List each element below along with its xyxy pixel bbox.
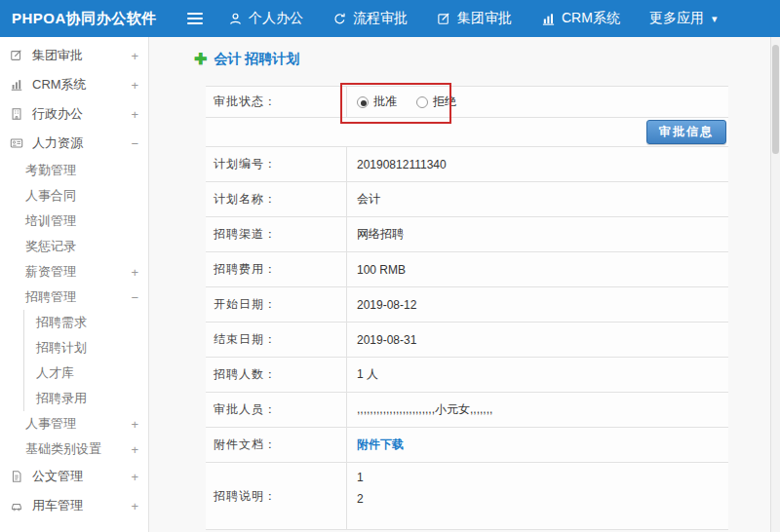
- field-value: 2019-08-31: [347, 323, 728, 357]
- field-value: 20190812111340: [347, 147, 728, 181]
- expand-toggle[interactable]: +: [131, 470, 138, 484]
- field-value: 网络招聘: [347, 217, 728, 251]
- sidebar-item-label: 薪资管理: [25, 263, 76, 281]
- vertical-scrollbar[interactable]: [770, 37, 780, 532]
- sidebar-item-attendance[interactable]: 考勤管理: [0, 158, 148, 183]
- attachment-download-link[interactable]: 附件下载: [357, 437, 404, 453]
- collapse-toggle[interactable]: −: [131, 136, 138, 151]
- sidebar-item-label: 人力资源: [32, 134, 83, 152]
- field-value: ,,,,,,,,,,,,,,,,,,,,,,,,小元女,,,,,,,: [347, 393, 728, 427]
- field-label: 审批人员：: [206, 393, 347, 427]
- field-label: 招聘费用：: [206, 252, 347, 286]
- car-icon: [10, 499, 25, 513]
- scrollbar-thumb[interactable]: [772, 45, 779, 154]
- nav-item-crm-system[interactable]: CRM系统: [541, 10, 620, 27]
- approve-button-cell: 审批信息: [206, 118, 728, 146]
- sidebar-item-hr[interactable]: 人力资源 −: [0, 129, 148, 158]
- edit-square-icon: [10, 49, 25, 62]
- menu-icon[interactable]: [187, 13, 203, 24]
- field-label: 结束日期：: [206, 323, 347, 357]
- field-label: 招聘渠道：: [206, 217, 347, 251]
- person-icon: [228, 12, 243, 26]
- field-row-end-date: 结束日期： 2019-08-31: [206, 323, 728, 358]
- field-value: 100 RMB: [347, 252, 728, 286]
- app-title: PHPOA协同办公软件: [0, 10, 187, 28]
- sidebar-item-group-approval[interactable]: 集团审批 +: [0, 41, 148, 70]
- field-row-channel: 招聘渠道： 网络招聘: [206, 217, 728, 252]
- sidebar-item-recruit-mgmt[interactable]: 招聘管理 −: [0, 285, 148, 310]
- nav-label: CRM系统: [562, 10, 620, 27]
- sidebar-item-base-category[interactable]: 基础类别设置 +: [0, 437, 148, 462]
- sidebar-item-document-mgmt[interactable]: 公文管理 +: [0, 462, 148, 491]
- sidebar-item-crm[interactable]: CRM系统 +: [0, 70, 148, 99]
- radio-reject[interactable]: 拒绝: [416, 94, 456, 110]
- radio-approve-control[interactable]: [357, 96, 369, 108]
- sidebar-item-label: 人事管理: [25, 415, 76, 433]
- bar-chart-icon: [541, 12, 556, 26]
- description-line: 2: [357, 492, 364, 506]
- sidebar-item-recruit-plan[interactable]: 招聘计划: [24, 335, 148, 361]
- sidebar-item-label: 奖惩记录: [25, 238, 76, 255]
- expand-toggle[interactable]: +: [131, 417, 138, 432]
- radio-approve[interactable]: 批准: [357, 94, 397, 110]
- sidebar-item-personnel-mgmt[interactable]: 人事管理 +: [0, 411, 148, 437]
- nav-item-more-apps[interactable]: 更多应用 ▾: [649, 10, 718, 27]
- sidebar-item-salary[interactable]: 薪资管理 +: [0, 259, 148, 285]
- sidebar: 集团审批 + CRM系统 + 行政办公 + 人力资源 − 考勤管理 人事合同 培…: [0, 37, 149, 532]
- nav-label: 个人办公: [249, 10, 303, 27]
- expand-toggle[interactable]: +: [131, 78, 138, 93]
- field-label: 计划编号：: [206, 147, 347, 181]
- nav-item-group-approval[interactable]: 集团审批: [437, 10, 512, 27]
- expand-toggle[interactable]: +: [131, 442, 138, 457]
- sidebar-item-label: 人才库: [36, 364, 74, 382]
- sidebar-item-label: 人事合同: [25, 187, 76, 205]
- sidebar-item-label: 基础类别设置: [25, 440, 101, 458]
- expand-toggle[interactable]: +: [131, 499, 138, 513]
- sidebar-item-hr-contract[interactable]: 人事合同: [0, 183, 148, 209]
- nav-item-process-approval[interactable]: 流程审批: [332, 10, 408, 27]
- nav-item-personal-office[interactable]: 个人办公: [228, 10, 303, 27]
- recruit-submenu: 招聘需求 招聘计划 人才库 招聘录用: [23, 310, 148, 411]
- collapse-toggle[interactable]: −: [131, 290, 138, 305]
- field-value-cell: 附件下载: [347, 428, 728, 462]
- approval-options: 批准 拒绝: [347, 87, 728, 117]
- sidebar-item-label: 招聘需求: [36, 314, 87, 331]
- sidebar-item-recruit-demand[interactable]: 招聘需求: [24, 310, 148, 335]
- sidebar-item-rewards[interactable]: 奖惩记录: [0, 234, 148, 259]
- radio-reject-control[interactable]: [416, 96, 428, 108]
- bar-chart-icon: [10, 78, 25, 92]
- field-row-cost: 招聘费用： 100 RMB: [206, 252, 728, 287]
- expand-toggle[interactable]: +: [131, 49, 138, 63]
- building-icon: [10, 107, 25, 121]
- sidebar-item-label: CRM系统: [32, 76, 87, 94]
- expand-toggle[interactable]: +: [131, 265, 138, 280]
- nav-label: 集团审批: [457, 10, 512, 27]
- edit-square-icon: [437, 12, 451, 26]
- sidebar-item-label: 招聘录用: [36, 390, 87, 407]
- radio-reject-label: 拒绝: [433, 94, 456, 110]
- radio-approve-label: 批准: [373, 94, 397, 110]
- field-label: 审批状态：: [206, 87, 347, 117]
- field-value: 2019-08-12: [347, 287, 728, 322]
- field-row-description: 招聘说明： 1 2: [206, 463, 728, 530]
- approve-info-button[interactable]: 审批信息: [646, 120, 726, 144]
- caret-down-icon: ▾: [712, 13, 718, 25]
- sidebar-item-training[interactable]: 培训管理: [0, 209, 148, 234]
- field-label: 开始日期：: [206, 287, 347, 322]
- field-label: 招聘说明：: [206, 463, 347, 529]
- sidebar-item-admin-office[interactable]: 行政办公 +: [0, 99, 148, 129]
- sidebar-item-label: 公文管理: [32, 468, 83, 485]
- expand-toggle[interactable]: +: [131, 107, 138, 122]
- description-line: 1: [357, 471, 364, 484]
- sidebar-item-talent-pool[interactable]: 人才库: [24, 361, 148, 386]
- add-icon[interactable]: ✚: [194, 52, 207, 67]
- process-cycle-icon: [332, 12, 347, 26]
- sidebar-item-label: 用车管理: [32, 497, 83, 514]
- approval-status-row: 审批状态： 批准 拒绝: [206, 87, 728, 118]
- approve-button-row: 审批信息: [206, 118, 728, 147]
- field-row-start-date: 开始日期： 2019-08-12: [206, 287, 728, 323]
- top-nav: 个人办公 流程审批 集团审批 CRM系统 更多应用 ▾: [228, 10, 717, 27]
- sidebar-item-vehicle-mgmt[interactable]: 用车管理 +: [0, 491, 148, 520]
- field-row-plan-number: 计划编号： 20190812111340: [206, 147, 728, 182]
- sidebar-item-recruit-hire[interactable]: 招聘录用: [24, 386, 148, 411]
